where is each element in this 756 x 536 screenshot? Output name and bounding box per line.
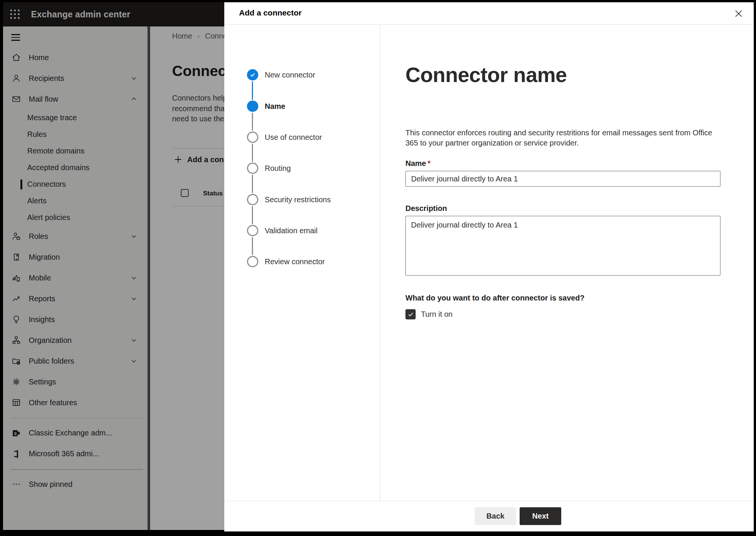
dialog-header: Add a connector [224,2,754,25]
step-connector-line [252,81,253,100]
step-name[interactable]: Name [247,101,285,112]
step-connector-line [252,144,253,162]
step-heading: Connector name [405,63,720,87]
step-review-connector[interactable]: Review connector [247,256,325,267]
step-connector-line [252,206,253,224]
close-button[interactable] [732,7,745,20]
step-current-dot [247,101,258,112]
step-validation-email[interactable]: Validation email [247,225,318,236]
step-dot [247,225,258,236]
add-connector-dialog: Add a connector New connector Name Use o… [224,2,754,531]
step-new-connector[interactable]: New connector [247,69,315,81]
step-use-of-connector[interactable]: Use of connector [247,132,322,143]
name-label: Name* [405,159,720,168]
step-description: This connector enforces routing and secu… [405,128,720,148]
dialog-content: Connector name This connector enforces r… [380,25,754,501]
after-save-question: What do you want to do after connector i… [405,294,720,302]
dialog-footer: Back Next [224,501,754,531]
back-button[interactable]: Back [475,507,516,525]
step-dot [247,163,258,174]
next-button[interactable]: Next [520,507,561,525]
dialog-title: Add a connector [239,8,302,17]
turn-it-on-checkbox-row[interactable]: Turn it on [405,309,720,319]
step-connector-line [252,175,253,193]
step-dot [247,194,258,205]
required-asterisk: * [427,159,430,167]
step-security-restrictions[interactable]: Security restrictions [247,194,331,205]
step-routing[interactable]: Routing [247,163,291,174]
step-dot [247,132,258,143]
checked-checkbox-icon[interactable] [405,309,416,319]
description-textarea[interactable] [405,216,720,276]
step-connector-line [252,237,253,255]
step-dot [247,256,258,267]
close-icon [733,8,744,19]
name-input[interactable] [405,171,720,187]
step-complete-check-icon [247,69,258,81]
step-connector-line [252,113,253,131]
turn-it-on-label: Turn it on [421,310,453,319]
wizard-steps: New connector Name Use of connector Rout… [224,25,380,501]
description-label: Description [405,204,720,213]
